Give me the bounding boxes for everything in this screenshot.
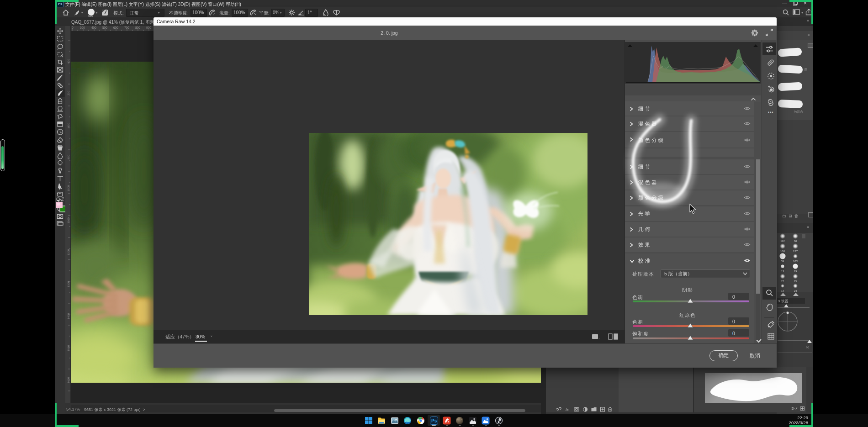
svg-text:900: 900 [67, 154, 70, 159]
svg-text:600: 600 [113, 26, 118, 29]
svg-text:Ps: Ps [431, 418, 437, 423]
svg-text:60: 60 [794, 240, 797, 242]
svg-text:59: 59 [781, 260, 784, 263]
svg-text:800: 800 [135, 26, 140, 29]
svg-text:1500: 1500 [67, 345, 70, 351]
svg-text:700: 700 [67, 90, 70, 95]
svg-text:fx: fx [566, 407, 569, 412]
svg-text:127: 127 [793, 250, 798, 253]
svg-text:1100: 1100 [67, 217, 70, 223]
svg-text:600: 600 [67, 58, 70, 63]
svg-text:27: 27 [781, 280, 784, 283]
svg-text:700: 700 [124, 26, 129, 29]
svg-text:1600: 1600 [67, 377, 70, 383]
svg-text:13: 13 [781, 270, 784, 273]
svg-text:400: 400 [91, 26, 96, 29]
svg-text:19: 19 [794, 270, 797, 273]
svg-text:900: 900 [146, 26, 151, 29]
svg-text:500: 500 [102, 26, 107, 29]
svg-text:112: 112 [780, 240, 785, 242]
svg-text:1200: 1200 [67, 249, 70, 255]
svg-text:35: 35 [794, 280, 797, 283]
svg-text:183: 183 [793, 260, 798, 263]
svg-text:300: 300 [80, 26, 85, 29]
svg-text:0: 0 [72, 26, 74, 29]
svg-text:•••: ••• [57, 192, 62, 195]
svg-text:100: 100 [780, 250, 785, 253]
svg-text:1400: 1400 [67, 313, 70, 319]
svg-text:1000: 1000 [67, 185, 70, 191]
svg-text:800: 800 [67, 122, 70, 127]
svg-text:1300: 1300 [67, 281, 70, 287]
